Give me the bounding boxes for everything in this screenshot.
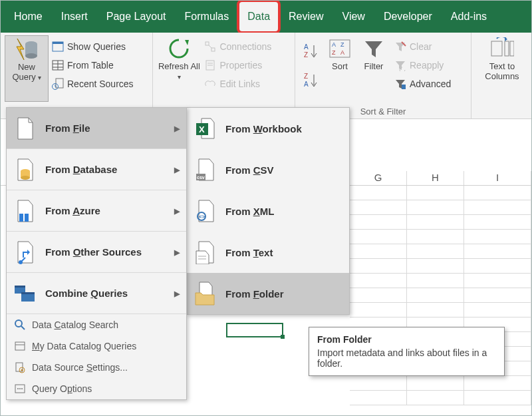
menu-combine-label: Combine Queries (45, 288, 128, 299)
col-header-i[interactable]: I (464, 171, 531, 185)
svg-rect-34 (19, 214, 23, 218)
submenu-workbook-label: From Workbook (225, 123, 302, 134)
svg-text:csv: csv (197, 175, 205, 180)
azure-file-icon (13, 198, 37, 224)
reapply-button[interactable]: Reapply (391, 57, 454, 74)
funnel-icon (362, 37, 386, 61)
col-header-g[interactable]: G (350, 171, 407, 185)
menu-from-other[interactable]: From Other Sources ▶ (7, 232, 186, 273)
filter-button[interactable]: Filter (356, 35, 391, 102)
new-query-button[interactable]: New Query (5, 35, 49, 102)
text-to-columns-icon (490, 37, 514, 61)
properties-button[interactable]: Properties (201, 57, 274, 74)
chevron-right-icon: ▶ (174, 206, 180, 215)
connections-icon (203, 40, 217, 53)
my-catalog-icon (13, 339, 27, 353)
tab-home[interactable]: Home (5, 1, 52, 33)
sort-dialog-icon: AZZA (328, 37, 352, 61)
menu-from-azure-label: From Azure (45, 205, 100, 216)
group-data-tools: Text to Columns (471, 33, 531, 118)
folder-file-icon (194, 280, 217, 307)
svg-rect-29 (505, 41, 509, 56)
tab-review[interactable]: Review (279, 1, 332, 33)
submenu-from-folder[interactable]: From Folder (187, 273, 349, 314)
advanced-button[interactable]: Advanced (391, 75, 454, 93)
svg-rect-37 (25, 218, 29, 222)
svg-rect-42 (21, 292, 35, 294)
menu-combine-queries[interactable]: Combine Queries ▶ (7, 273, 186, 314)
refresh-all-button[interactable]: Refresh All (157, 35, 201, 102)
database-lightning-icon (15, 37, 39, 61)
svg-point-53 (21, 388, 23, 389)
sort-az-button[interactable]: AZ (299, 39, 323, 63)
show-queries-button[interactable]: Show Queries (49, 38, 136, 55)
refresh-icon (167, 37, 191, 61)
tooltip-body: Import metadata and links about files in… (317, 347, 496, 369)
chevron-right-icon: ▶ (174, 165, 180, 174)
menu-query-options[interactable]: Query Options (7, 378, 186, 399)
text-to-columns-button[interactable]: Text to Columns (475, 35, 529, 102)
submenu-from-text[interactable]: From Text (187, 232, 349, 273)
menu-source-settings-label: Data Source Settings... (32, 362, 128, 373)
tooltip-from-folder: From Folder Import metadata and links ab… (309, 327, 505, 376)
sort-label: Sort (332, 62, 348, 72)
from-table-label: From Table (67, 60, 114, 71)
advanced-filter-icon (394, 77, 407, 91)
show-queries-label: Show Queries (67, 41, 126, 52)
tab-page-layout[interactable]: Page Layout (97, 1, 176, 33)
svg-text:Z: Z (340, 41, 344, 48)
clear-label: Clear (410, 41, 432, 52)
svg-text:Z: Z (304, 51, 308, 59)
sort-za-button[interactable]: ZA (299, 69, 323, 93)
connections-button[interactable]: Connections (201, 38, 274, 55)
fill-handle[interactable] (281, 335, 285, 339)
svg-text:A: A (340, 49, 344, 56)
clear-filter-icon (394, 40, 407, 53)
sort-button[interactable]: AZZA Sort (323, 35, 356, 102)
menu-catalog-search-label: Data Catalog Search (32, 319, 118, 330)
svg-point-2 (25, 53, 37, 59)
tab-developer[interactable]: Developer (374, 1, 442, 33)
menu-from-database[interactable]: From Database ▶ (7, 149, 186, 190)
tab-view[interactable]: View (333, 1, 374, 33)
submenu-from-workbook[interactable]: X From Workbook (187, 108, 349, 149)
tab-insert[interactable]: Insert (52, 1, 97, 33)
clear-button[interactable]: Clear (391, 38, 454, 55)
tab-formulas[interactable]: Formulas (176, 1, 239, 33)
recent-sources-button[interactable]: Recent Sources (49, 75, 136, 93)
file-icon (13, 115, 37, 142)
connections-label: Connections (219, 41, 271, 52)
xml-file-icon: <> (194, 198, 217, 224)
sort-desc-icon: ZA (302, 71, 321, 90)
edit-links-label: Edit Links (219, 79, 260, 89)
tab-data[interactable]: Data (238, 1, 279, 33)
active-cell[interactable] (226, 323, 283, 337)
svg-point-33 (21, 176, 30, 180)
menu-from-file[interactable]: From File ▶ (7, 108, 186, 149)
svg-line-44 (21, 326, 25, 329)
submenu-from-csv[interactable]: csv From CSV (187, 149, 349, 190)
options-icon (13, 382, 27, 395)
menu-catalog-search[interactable]: Data Catalog Search (7, 314, 186, 335)
submenu-from-xml[interactable]: <> From XML (187, 190, 349, 232)
menu-my-catalog[interactable]: My Data Catalog Queries (7, 335, 186, 357)
svg-text:A: A (304, 43, 309, 51)
group-sort-filter: AZ ZA AZZA Sort Filter Clear (295, 33, 471, 118)
col-header-h[interactable]: H (407, 171, 464, 185)
svg-text:<>: <> (199, 214, 205, 220)
menu-source-settings[interactable]: Data Source Settings... (7, 357, 186, 378)
menu-from-azure[interactable]: From Azure ▶ (7, 190, 186, 232)
recent-sources-icon (51, 77, 65, 91)
reapply-label: Reapply (410, 60, 444, 71)
text-file-icon (194, 239, 217, 266)
tooltip-title: From Folder (317, 334, 496, 345)
tab-addins[interactable]: Add-ins (442, 1, 496, 33)
edit-links-button[interactable]: Edit Links (201, 75, 274, 93)
csv-file-icon: csv (194, 156, 217, 183)
from-file-submenu: X From Workbook csv From CSV <> From XML… (186, 107, 350, 315)
chevron-right-icon: ▶ (174, 289, 180, 298)
submenu-csv-label: From CSV (225, 164, 274, 176)
svg-rect-36 (19, 218, 23, 222)
from-table-button[interactable]: From Table (49, 57, 136, 74)
table-icon (51, 59, 65, 72)
